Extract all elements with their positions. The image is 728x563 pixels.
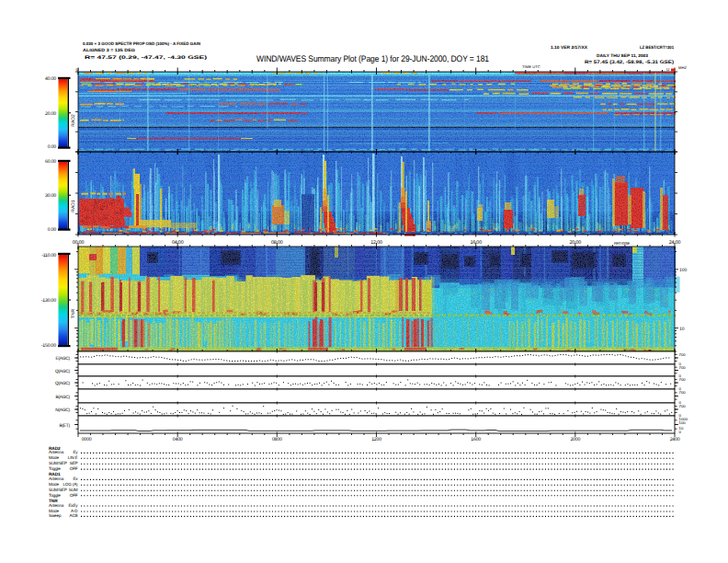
svg-text:A-D: A-D	[71, 509, 78, 513]
svg-text:Ey: Ey	[73, 450, 78, 454]
svg-text:700: 700	[679, 377, 687, 382]
svg-text:Toggle: Toggle	[49, 466, 61, 471]
svg-text:Ex: Ex	[73, 477, 78, 481]
svg-text:04:00: 04:00	[172, 240, 184, 246]
svg-text:0800: 0800	[272, 437, 282, 442]
svg-text:1200: 1200	[371, 437, 381, 442]
svg-text:Mode: Mode	[49, 482, 59, 487]
svg-text:100: 100	[679, 268, 688, 273]
svg-text:08:00: 08:00	[271, 240, 283, 246]
svg-text:SUM/SEP: SUM/SEP	[49, 461, 67, 465]
svg-text:LZ BEST/CRT=301: LZ BEST/CRT=301	[640, 45, 674, 50]
svg-text:Q(AGC): Q(AGC)	[55, 369, 71, 374]
svg-text:60.00: 60.00	[45, 159, 56, 165]
svg-text:Antenna: Antenna	[49, 503, 64, 508]
svg-text:LOG (A): LOG (A)	[63, 482, 78, 487]
svg-text:U: U	[666, 67, 669, 72]
svg-text:OFF: OFF	[70, 466, 78, 471]
svg-text:RAD1: RAD1	[71, 200, 76, 213]
svg-text:1600: 1600	[471, 437, 481, 442]
svg-text:WIND/WAVES Summary Plot (Page: WIND/WAVES Summary Plot (Page 1) for 29-…	[256, 54, 489, 64]
svg-text:0400: 0400	[173, 437, 183, 442]
svg-text:ALIGNED 3 = 135 DEG: ALIGNED 3 = 135 DEG	[83, 48, 135, 52]
svg-text:SUM/SEP: SUM/SEP	[49, 488, 67, 492]
svg-text:0.00: 0.00	[48, 227, 57, 233]
svg-text:B(AGC): B(AGC)	[55, 395, 70, 400]
svg-text:700: 700	[679, 352, 687, 357]
svg-text:10: 10	[679, 327, 685, 332]
svg-text:700: 700	[679, 365, 687, 370]
svg-text:Antenna: Antenna	[49, 477, 64, 481]
svg-text:Antenna: Antenna	[49, 450, 64, 454]
svg-text:B(ET): B(ET)	[59, 423, 70, 429]
svg-text:Mode: Mode	[49, 455, 59, 460]
svg-text:20.00: 20.00	[45, 111, 56, 117]
svg-text:Sweep: Sweep	[49, 513, 62, 518]
svg-text:Toggle: Toggle	[49, 493, 61, 498]
svg-text:24:00: 24:00	[669, 240, 681, 246]
svg-text:0.00: 0.00	[48, 144, 57, 150]
svg-text:40.00: 40.00	[45, 76, 56, 82]
svg-text:2000: 2000	[570, 437, 580, 442]
svg-text:TNR: TNR	[71, 308, 76, 318]
svg-text:0.030 + 3 GOOD SPECTR PROP OSD: 0.030 + 3 GOOD SPECTR PROP OSD (100%) - …	[83, 41, 201, 46]
svg-text:LIN E: LIN E	[68, 455, 78, 460]
svg-text:20:00: 20:00	[570, 240, 582, 246]
svg-text:U: U	[75, 67, 78, 72]
svg-text:N(AGC): N(AGC)	[55, 408, 70, 413]
svg-text:12:00: 12:00	[370, 240, 382, 246]
svg-text:1.10 VER 2/17/XX: 1.10 VER 2/17/XX	[551, 45, 588, 50]
svg-text:RAD2: RAD2	[71, 114, 76, 127]
svg-text:700: 700	[679, 404, 687, 408]
svg-text:700: 700	[679, 390, 687, 395]
svg-text:30.00: 30.00	[45, 193, 56, 199]
svg-text:OFF: OFF	[70, 493, 78, 498]
svg-text:RRT/GSE: RRT/GSE	[614, 241, 631, 246]
svg-text:00:00: 00:00	[73, 240, 85, 246]
svg-text:R= 47.57 (0.29, -47.47, -4.: R= 47.57 (0.29, -47.47, -4.30 GSE)	[85, 55, 207, 61]
svg-text:TIME UTC: TIME UTC	[522, 64, 540, 69]
svg-text:R= 57.45 (3.42, -58.98, -5.: R= 57.45 (3.42, -58.98, -5.31 GSE)	[585, 60, 674, 65]
svg-text:-130.00: -130.00	[41, 298, 57, 304]
svg-text:ExEy: ExEy	[68, 503, 78, 508]
svg-text:ACB: ACB	[70, 513, 78, 518]
svg-text:SEP: SEP	[70, 461, 78, 465]
svg-text:-150.00: -150.00	[41, 343, 57, 349]
svg-text:SUM: SUM	[69, 488, 78, 492]
svg-text:2400: 2400	[670, 437, 680, 442]
svg-text:DAILY THU SEP 11, 2003: DAILY THU SEP 11, 2003	[597, 53, 648, 58]
svg-text:E(AGC): E(AGC)	[55, 356, 70, 362]
svg-text:-110.00: -110.00	[41, 253, 56, 259]
svg-text:MHZ: MHZ	[678, 65, 688, 70]
svg-text:Q(AGC): Q(AGC)	[55, 381, 71, 386]
svg-text:100: 100	[679, 420, 687, 425]
svg-text:Mode: Mode	[49, 509, 59, 513]
svg-text:16:00: 16:00	[470, 240, 482, 246]
svg-text:0000: 0000	[82, 437, 92, 442]
